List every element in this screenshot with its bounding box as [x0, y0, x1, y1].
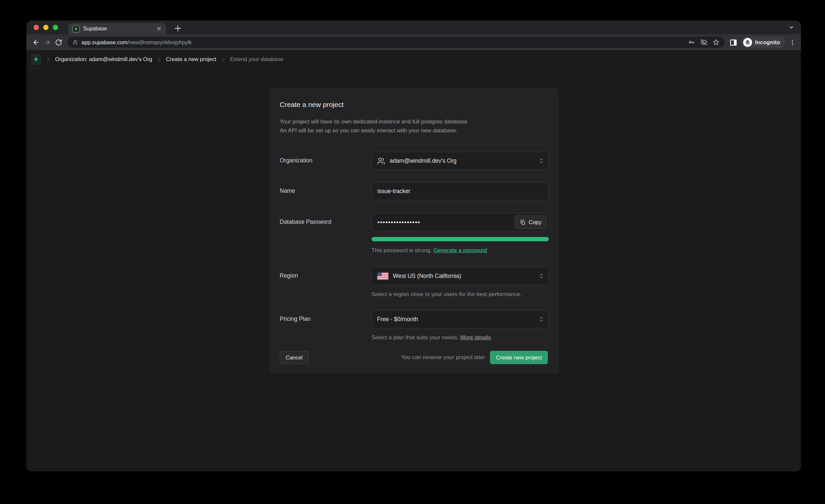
card-footer: Cancel You can rename your project later…	[280, 351, 548, 373]
breadcrumb-create-project[interactable]: Create a new project	[166, 56, 216, 62]
users-icon	[377, 157, 385, 165]
card-header: Create a new project Your project will h…	[280, 89, 548, 145]
browser-toolbar: app.supabase.com/new/jfnsmqoynldvxjyhpyl…	[26, 34, 801, 50]
chevron-right-icon	[156, 57, 162, 62]
breadcrumb: Organization: adam@windmill.dev's Org Cr…	[26, 50, 801, 69]
rename-note: You can rename your project later	[401, 354, 485, 361]
organization-label: Organization	[280, 152, 372, 170]
breadcrumb-extend-database: Extend your database	[230, 56, 283, 62]
window-zoom-button[interactable]	[53, 25, 58, 30]
organization-value: adam@windmill.dev's Org	[390, 157, 457, 164]
generate-password-link[interactable]: Generate a password	[434, 247, 487, 254]
breadcrumb-organization[interactable]: Organization: adam@windmill.dev's Org	[55, 56, 152, 62]
eye-off-icon[interactable]	[700, 39, 707, 46]
url-text[interactable]: app.supabase.com/new/jfnsmqoynldvxjyhpyl…	[81, 39, 688, 46]
pricing-helper: Select a plan that suits your needs. Mor…	[372, 334, 549, 341]
chevrons-up-down-icon	[539, 158, 544, 164]
reload-button[interactable]	[53, 37, 64, 48]
create-project-button[interactable]: Create new project	[490, 351, 548, 364]
window-minimize-button[interactable]	[43, 25, 49, 30]
window-close-button[interactable]	[34, 25, 39, 30]
region-row: Region West US (North California) Select…	[280, 267, 548, 298]
region-value: West US (North California)	[393, 273, 461, 280]
description-line-1: Your project will have its own dedicated…	[280, 117, 548, 126]
organization-row: Organization adam@windmill.dev's Org	[280, 145, 548, 177]
password-strength-text: This password is strong.	[372, 247, 432, 254]
window-controls	[34, 25, 58, 30]
name-row: Name	[280, 182, 548, 200]
forward-button[interactable]	[42, 37, 53, 48]
supabase-logo-icon[interactable]	[31, 54, 41, 64]
chevron-right-icon	[45, 57, 51, 62]
side-panel-icon[interactable]	[728, 37, 739, 48]
pricing-label: Pricing Plan	[280, 310, 372, 341]
password-strength-bar	[372, 237, 549, 241]
pricing-value: Free - $0/month	[377, 316, 419, 323]
password-label: Database Password	[280, 213, 372, 254]
lock-icon[interactable]	[73, 40, 78, 45]
name-label: Name	[280, 182, 372, 200]
password-helper: This password is strong. Generate a pass…	[372, 247, 549, 254]
chevron-right-icon	[220, 57, 226, 62]
password-row: Database Password •••••••••••••••• Copy …	[280, 213, 548, 254]
tab-strip: Supabase	[26, 20, 801, 34]
new-tab-button[interactable]	[173, 24, 182, 33]
region-label: Region	[280, 267, 372, 298]
incognito-spy-icon	[743, 38, 752, 47]
tab-search-chevron-icon[interactable]	[789, 24, 794, 30]
url-bar[interactable]: app.supabase.com/new/jfnsmqoynldvxjyhpyl…	[67, 37, 725, 48]
copy-password-button[interactable]: Copy	[515, 216, 546, 229]
project-name-input[interactable]	[372, 182, 549, 200]
incognito-label: Incognito	[755, 39, 780, 46]
browser-menu-icon[interactable]	[788, 38, 797, 47]
page-body: Create a new project Your project will h…	[26, 69, 801, 471]
bookmark-star-icon[interactable]	[713, 39, 720, 46]
supabase-page: Organization: adam@windmill.dev's Org Cr…	[26, 50, 801, 471]
copy-button-label: Copy	[529, 219, 541, 225]
create-project-card: Create a new project Your project will h…	[270, 88, 558, 373]
browser-tab[interactable]: Supabase	[68, 23, 166, 34]
page-title: Create a new project	[280, 101, 548, 109]
us-flag-icon	[377, 272, 388, 280]
copy-icon	[520, 219, 526, 225]
url-domain: app.supabase.com	[81, 39, 127, 45]
region-helper: Select a region close to your users for …	[372, 291, 549, 298]
back-button[interactable]	[30, 37, 42, 48]
tab-close-icon[interactable]	[156, 26, 162, 32]
pricing-helper-text: Select a plan that suits your needs.	[372, 334, 459, 341]
more-details-link[interactable]: More details	[460, 334, 491, 341]
url-bar-actions	[688, 39, 720, 46]
incognito-badge[interactable]: Incognito	[742, 37, 785, 48]
pricing-row: Pricing Plan Free - $0/month Select a pl…	[280, 310, 548, 341]
page-description: Your project will have its own dedicated…	[280, 117, 548, 135]
tab-title: Supabase	[83, 26, 107, 32]
pricing-select[interactable]: Free - $0/month	[372, 310, 549, 329]
region-select[interactable]: West US (North California)	[372, 267, 549, 285]
password-key-icon[interactable]	[688, 39, 695, 46]
browser-window: Supabase app.supabase.com/new/jfnsmqoynl…	[26, 20, 801, 471]
cancel-button[interactable]: Cancel	[280, 351, 309, 364]
supabase-favicon-icon	[72, 25, 80, 33]
chevrons-up-down-icon	[539, 273, 544, 280]
description-line-2: An API will be set up so you can easily …	[280, 126, 548, 135]
organization-select[interactable]: adam@windmill.dev's Org	[372, 152, 549, 170]
chevrons-up-down-icon	[539, 316, 544, 323]
url-path: /new/jfnsmqoynldvxjyhpylk	[127, 39, 192, 45]
